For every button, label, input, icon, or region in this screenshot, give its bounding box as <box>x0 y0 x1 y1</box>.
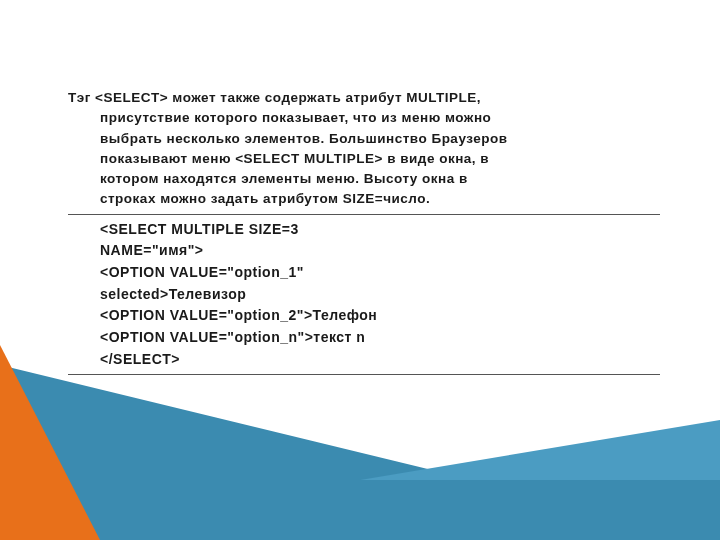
paragraph-line: строках можно задать атрибутом SIZE=числ… <box>68 189 660 209</box>
code-line: <SELECT MULTIPLE SIZE=3 <box>100 219 660 241</box>
code-line: NAME="имя"> <box>100 240 660 262</box>
paragraph-line: Тэг <SELECT> может также содержать атриб… <box>68 88 660 108</box>
decoration-triangle-orange <box>0 345 100 540</box>
code-line: selected>Телевизор <box>100 284 660 306</box>
code-line: <OPTION VALUE="option_1" <box>100 262 660 284</box>
paragraph-line: выбрать несколько элементов. Большинство… <box>68 129 660 149</box>
paragraph-line: котором находятся элементы меню. Высоту … <box>68 169 660 189</box>
code-block: <SELECT MULTIPLE SIZE=3 NAME="имя"> <OPT… <box>68 214 660 376</box>
code-line: <OPTION VALUE="option_2">Телефон <box>100 305 660 327</box>
code-line: <OPTION VALUE="option_n">текст n <box>100 327 660 349</box>
paragraph-line: присутствие которого показывает, что из … <box>68 108 660 128</box>
paragraph-line: показывают меню <SELECT MULTIPLE> в виде… <box>68 149 660 169</box>
slide-content: Тэг <SELECT> может также содержать атриб… <box>68 88 660 375</box>
decoration-bottom-strip <box>0 480 720 540</box>
